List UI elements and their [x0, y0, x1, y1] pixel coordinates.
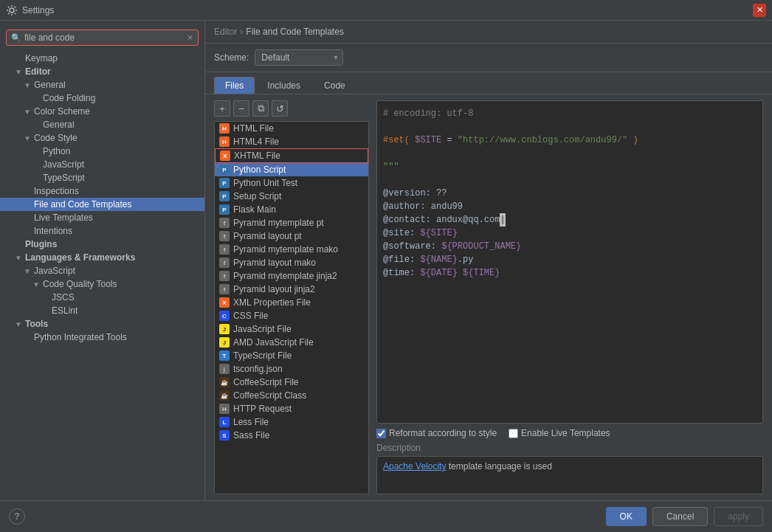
file-item-label: Flask Main [233, 204, 276, 215]
sidebar-item-label: Intentions [34, 226, 72, 236]
sidebar-item-inspections[interactable]: Inspections [0, 184, 204, 198]
clear-search-icon[interactable]: ✕ [187, 33, 193, 43]
sidebar-item-general[interactable]: ▼ General [0, 78, 204, 91]
title-bar-title: Settings [22, 5, 753, 15]
sidebar-item-javascript[interactable]: JavaScript [0, 158, 204, 171]
list-item[interactable]: J JavaScript File [215, 322, 368, 336]
list-item[interactable]: f Pyramid layout mako [215, 256, 368, 269]
sidebar-item-color-general[interactable]: General [0, 118, 204, 131]
ok-button[interactable]: OK [606, 507, 647, 526]
close-button[interactable]: ✕ [753, 4, 766, 17]
copy-template-button[interactable]: ⧉ [252, 100, 269, 117]
sidebar-item-live-templates[interactable]: Live Templates [0, 211, 204, 224]
list-item[interactable]: ☕ CoffeeScript Class [215, 389, 368, 402]
list-item[interactable]: H HTTP Request [215, 402, 368, 415]
sidebar-item-tools[interactable]: ▼ Tools [0, 317, 204, 331]
search-input[interactable] [24, 32, 187, 43]
list-item[interactable]: S Sass File [215, 429, 368, 442]
sidebar-item-code-folding[interactable]: Code Folding [0, 91, 204, 105]
file-item-label: AMD JavaScript File [233, 337, 314, 348]
scheme-select[interactable]: Default Project [255, 49, 343, 66]
sidebar-item-label: Code Style [34, 133, 77, 143]
list-item[interactable]: f Pyramid mytemplate jinja2 [215, 269, 368, 283]
tab-files[interactable]: Files [214, 77, 255, 94]
code-line [383, 120, 757, 134]
file-item-label: Less File [233, 417, 269, 427]
reformat-checkbox[interactable] [376, 429, 386, 438]
list-item[interactable]: P Python Unit Test [215, 176, 368, 190]
list-item[interactable]: T TypeScript File [215, 349, 368, 362]
sidebar-item-label: File and Code Templates [34, 199, 132, 210]
code-line: """ [383, 160, 757, 173]
sidebar-item-plugins[interactable]: Plugins [0, 238, 204, 251]
code-editor[interactable]: # encoding: utf-8 #set( $SITE = "http://… [376, 100, 763, 424]
sidebar-item-code-quality-tools[interactable]: ▼ Code Quality Tools [0, 277, 204, 291]
sidebar-item-file-code-templates[interactable]: File and Code Templates [0, 198, 204, 211]
reformat-checkbox-label[interactable]: Reformat according to style [376, 428, 497, 438]
generic-icon: f [219, 271, 230, 281]
toggle-icon: ▼ [24, 267, 31, 275]
file-item-label: tsconfig.json [233, 364, 283, 374]
sidebar-item-eslint[interactable]: ESLint [0, 304, 204, 317]
sidebar-item-label: Plugins [25, 239, 57, 249]
file-item-label: HTML4 File [233, 137, 279, 147]
toggle-icon: ▼ [32, 280, 40, 289]
file-item-label: XML Properties File [233, 297, 311, 308]
sidebar-item-label: JavaScript [43, 159, 84, 170]
reformat-label: Reformat according to style [389, 428, 497, 438]
remove-template-button[interactable]: − [233, 100, 249, 117]
add-template-button[interactable]: + [214, 100, 230, 117]
reset-template-button[interactable]: ↺ [272, 100, 288, 117]
code-line: @author: andu99 [383, 200, 757, 213]
sidebar-item-label: Inspections [34, 186, 79, 196]
list-item[interactable]: H HTML4 File [215, 135, 368, 148]
list-item[interactable]: f Pyramid mytemplate pt [215, 216, 368, 229]
sidebar-item-javascript-lf[interactable]: ▼ JavaScript [0, 264, 204, 277]
live-templates-checkbox[interactable] [509, 429, 518, 438]
sidebar-item-keymap[interactable]: Keymap [0, 52, 204, 65]
list-item[interactable]: P Flask Main [215, 203, 368, 216]
tab-includes[interactable]: Includes [256, 77, 311, 94]
list-item[interactable]: f Pyramid layout pt [215, 229, 368, 243]
sidebar-item-python-integrated-tools[interactable]: Python Integrated Tools [0, 331, 204, 344]
list-item[interactable]: J AMD JavaScript File [215, 336, 368, 349]
title-bar: Settings ✕ [0, 0, 772, 21]
sidebar-item-label: Color Scheme [34, 106, 90, 117]
file-item-label: Pyramid mytemplate mako [233, 244, 338, 255]
css-icon: S [219, 430, 230, 441]
sidebar-item-label: General [43, 120, 75, 130]
sidebar-item-typescript[interactable]: TypeScript [0, 171, 204, 184]
sidebar-item-languages-frameworks[interactable]: ▼ Languages & Frameworks [0, 251, 204, 264]
sidebar-item-code-style[interactable]: ▼ Code Style [0, 131, 204, 145]
dialog-footer: ? OK Cancel apply [0, 500, 772, 532]
tab-code[interactable]: Code [313, 77, 356, 94]
file-item-label: Sass File [233, 430, 269, 441]
list-item[interactable]: ☕ CoffeeScript File [215, 376, 368, 389]
list-item[interactable]: f Pyramid mytemplate mako [215, 243, 368, 256]
apply-button[interactable]: apply [714, 507, 763, 526]
sidebar-item-editor[interactable]: ▼ Editor [0, 65, 204, 78]
toggle-icon: ▼ [15, 320, 22, 328]
list-item[interactable]: L Less File [215, 415, 368, 429]
apache-velocity-link[interactable]: Apache Velocity [383, 461, 446, 471]
file-item-label: Python Script [233, 165, 286, 175]
sidebar-item-intentions[interactable]: Intentions [0, 224, 204, 238]
list-item[interactable]: P Setup Script [215, 190, 368, 203]
list-item[interactable]: H HTML File [215, 122, 368, 135]
sidebar-item-python[interactable]: Python [0, 145, 204, 158]
file-item-label: TypeScript File [233, 350, 292, 361]
list-item[interactable]: X XML Properties File [215, 296, 368, 309]
description-box: Apache Velocity template language is use… [376, 456, 763, 494]
cancel-button[interactable]: Cancel [652, 507, 708, 526]
sidebar-item-jscs[interactable]: JSCS [0, 291, 204, 304]
list-item[interactable]: j tsconfig.json [215, 362, 368, 376]
sidebar-item-color-scheme[interactable]: ▼ Color Scheme [0, 105, 204, 118]
ts-icon: T [219, 350, 230, 361]
list-item[interactable]: P Python Script [215, 163, 368, 176]
live-templates-checkbox-label[interactable]: Enable Live Templates [509, 428, 610, 438]
coffee-icon: ☕ [219, 377, 230, 387]
help-button[interactable]: ? [9, 508, 25, 525]
list-item[interactable]: f Pyramid layout jinja2 [215, 283, 368, 296]
list-item[interactable]: X XHTML File [215, 148, 368, 163]
list-item[interactable]: C CSS File [215, 309, 368, 322]
